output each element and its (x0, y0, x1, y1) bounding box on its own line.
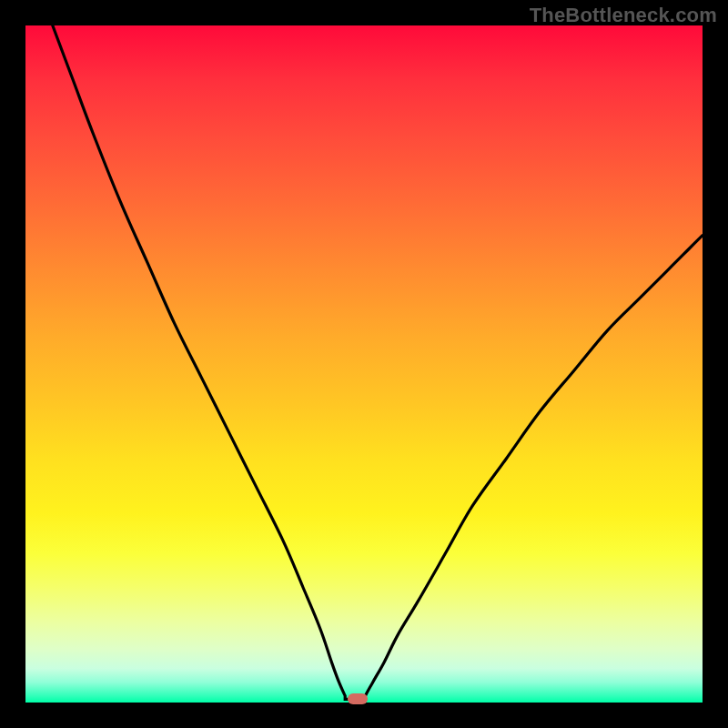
plot-area (25, 25, 703, 703)
curve-path (53, 25, 703, 699)
vertex-marker (348, 693, 368, 704)
watermark-text: TheBottleneck.com (530, 4, 717, 27)
chart-frame: TheBottleneck.com (0, 0, 728, 728)
bottleneck-curve (25, 25, 703, 703)
